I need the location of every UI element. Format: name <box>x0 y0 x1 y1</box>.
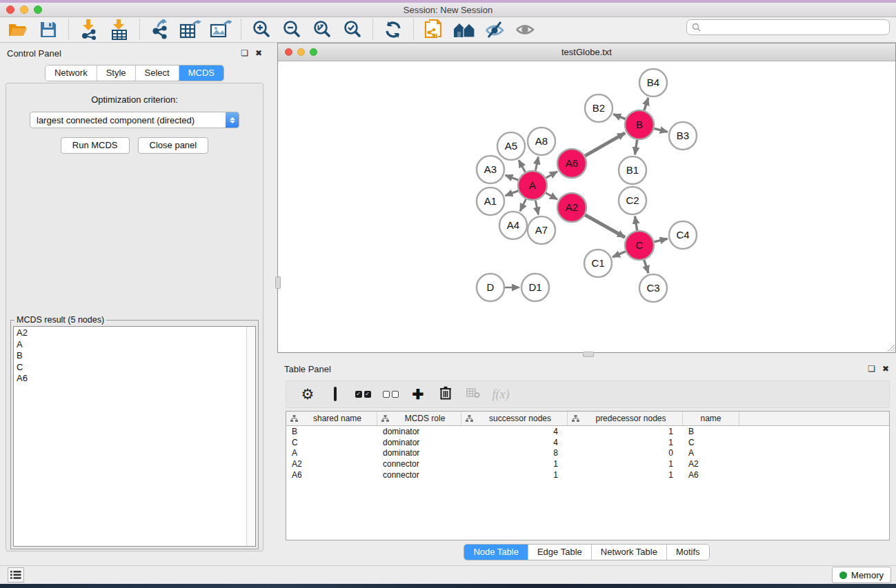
table-row[interactable]: Adominator80A <box>286 448 889 459</box>
cell-predecessor-nodes: 1 <box>568 438 683 447</box>
search-icon <box>692 23 701 32</box>
desktop-wallpaper-strip-bottom <box>0 584 896 588</box>
column-header-successor-nodes[interactable]: successor nodes <box>461 412 568 425</box>
edge-A-A4[interactable] <box>520 199 526 211</box>
edge-A-A6[interactable] <box>546 172 557 178</box>
tab-edge-table[interactable]: Edge Table <box>528 545 592 560</box>
deselect-all-columns-icon <box>383 391 399 398</box>
table-row[interactable]: Bdominator41B <box>286 426 889 437</box>
zoom-selected-button[interactable] <box>339 19 366 41</box>
toolbar-separator <box>241 19 241 40</box>
network-window-titlebar[interactable]: testGlobe.txt <box>278 43 895 61</box>
edge-B-B1[interactable] <box>635 140 637 155</box>
deselect-all-columns-button[interactable] <box>380 384 401 405</box>
edge-A-A7[interactable] <box>535 201 538 215</box>
import-table-icon <box>110 19 129 40</box>
open-file-button[interactable] <box>4 19 32 41</box>
table-row[interactable]: A6connector11A6 <box>286 469 889 480</box>
refresh-layout-icon <box>384 20 403 39</box>
splitter-handle-left[interactable] <box>275 276 281 289</box>
run-mcds-button[interactable]: Run MCDS <box>61 137 130 154</box>
zoom-fit-button[interactable] <box>308 19 336 41</box>
column-header-mcds-role[interactable]: MCDS role <box>377 412 461 425</box>
select-all-columns-button[interactable]: ✓✓ <box>352 384 373 405</box>
mcds-result-list[interactable]: A2ABCA6 <box>13 326 256 547</box>
settings-gear-button[interactable]: ⚙ <box>297 384 318 405</box>
tab-style[interactable]: Style <box>97 65 136 81</box>
app-titlebar: Session: New Session <box>0 3 896 17</box>
table-row[interactable]: Cdominator41C <box>286 437 889 448</box>
toolbar-group <box>375 19 411 41</box>
column-header-label: successor nodes <box>473 414 567 423</box>
close-table-panel-icon[interactable]: ✖ <box>882 365 889 373</box>
memory-button[interactable]: Memory <box>832 567 891 583</box>
tab-select[interactable]: Select <box>136 65 179 81</box>
float-table-panel-icon[interactable]: ❏ <box>868 365 875 373</box>
node-label-A2: A2 <box>566 201 578 213</box>
edge-C-C3[interactable] <box>644 260 648 273</box>
mcds-result-item[interactable]: A <box>14 338 255 350</box>
mcds-result-item[interactable]: A2 <box>14 327 255 338</box>
resize-grip[interactable] <box>886 343 895 352</box>
edge-B-B3[interactable] <box>654 128 667 132</box>
table-row[interactable]: A2connector11A2 <box>286 458 889 469</box>
search-field[interactable] <box>686 19 890 35</box>
edge-A-A2[interactable] <box>546 193 557 199</box>
edge-B-B4[interactable] <box>644 98 648 110</box>
zoom-out-button[interactable] <box>278 19 306 41</box>
edge-C-C2[interactable] <box>635 216 637 231</box>
tab-node-table[interactable]: Node Table <box>464 545 528 560</box>
cell-name: A2 <box>683 459 739 469</box>
mcds-result-item[interactable]: C <box>14 361 255 373</box>
show-eye-button[interactable] <box>511 19 539 41</box>
edge-A2-C[interactable] <box>585 215 625 237</box>
network-from-document-button[interactable] <box>420 19 448 41</box>
toolbar-separator <box>372 19 373 40</box>
add-column-button[interactable]: ✚ <box>408 384 428 405</box>
node-table[interactable]: shared nameMCDS rolesuccessor nodesprede… <box>286 411 890 540</box>
close-panel-button[interactable]: Close panel <box>138 137 209 154</box>
export-network-button[interactable] <box>146 19 174 41</box>
zoom-in-icon <box>251 19 272 40</box>
delete-column-button[interactable] <box>435 384 456 405</box>
column-header-shared-name[interactable]: shared name <box>286 412 377 425</box>
task-history-button[interactable] <box>8 567 24 582</box>
mcds-result-item[interactable]: A6 <box>14 372 255 384</box>
mcds-result-item[interactable]: B <box>14 349 255 361</box>
search-input[interactable] <box>704 21 889 34</box>
edge-A-A8[interactable] <box>535 157 538 171</box>
edge-A-A3[interactable] <box>506 175 519 180</box>
tab-network[interactable]: Network <box>46 65 97 81</box>
houses-button[interactable] <box>450 19 478 41</box>
refresh-layout-button[interactable] <box>379 19 407 41</box>
node-label-A1: A1 <box>484 195 497 207</box>
export-image-button[interactable] <box>207 19 235 41</box>
list-scrollbar[interactable] <box>246 327 255 546</box>
close-panel-icon[interactable]: ✖ <box>255 49 262 57</box>
zoom-in-button[interactable] <box>248 19 275 41</box>
column-header-predecessor-nodes[interactable]: predecessor nodes <box>568 412 683 425</box>
float-panel-icon[interactable]: ❏ <box>241 49 248 57</box>
tab-mcds[interactable]: MCDS <box>179 65 223 81</box>
column-header-name[interactable]: name <box>683 412 739 425</box>
import-table-button[interactable] <box>106 19 133 41</box>
tab-motifs[interactable]: Motifs <box>667 545 709 560</box>
export-table-button[interactable] <box>177 19 204 41</box>
cell-shared-name: C <box>286 438 377 447</box>
edge-A6-B[interactable] <box>585 133 625 156</box>
hide-eye-button[interactable] <box>481 19 508 41</box>
network-canvas[interactable]: AA1A2A3A4A5A6A7A8BB1B2B3B4CC1C2C3C4DD1 <box>278 61 895 352</box>
show-eye-icon <box>515 21 535 39</box>
edge-B-B2[interactable] <box>613 114 625 119</box>
save-session-button[interactable] <box>34 19 62 41</box>
edge-C-C1[interactable] <box>613 252 626 257</box>
splitter-handle-bottom[interactable] <box>583 352 594 357</box>
import-network-button[interactable] <box>75 19 103 41</box>
edge-A-A1[interactable] <box>506 191 519 196</box>
cell-successor-nodes: 1 <box>461 459 568 469</box>
tab-network-table[interactable]: Network Table <box>592 545 667 560</box>
edge-A-A5[interactable] <box>519 160 526 172</box>
toggle-columns-button[interactable] <box>325 384 346 405</box>
edge-C-C4[interactable] <box>654 239 667 242</box>
criterion-select[interactable]: largest connected component (directed) <box>30 112 239 128</box>
